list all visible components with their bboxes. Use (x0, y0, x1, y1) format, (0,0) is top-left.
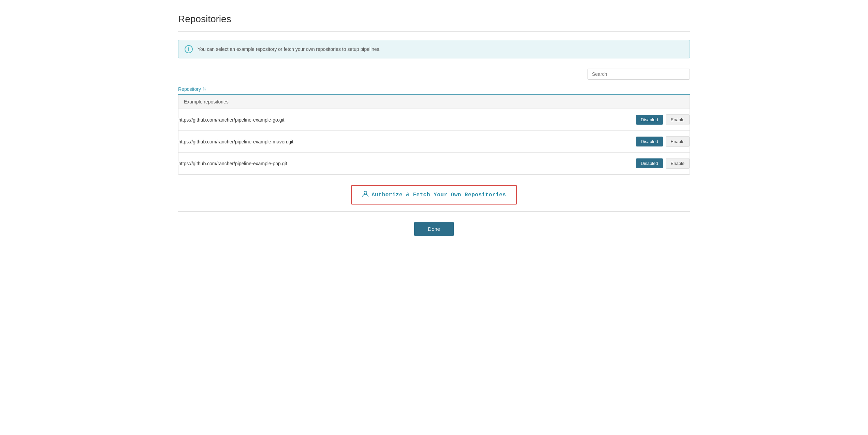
svg-point-0 (364, 191, 367, 194)
repo-actions: Disabled Enable (636, 136, 690, 147)
repo-actions: Disabled Enable (636, 114, 690, 125)
info-banner-text: You can select an example repository or … (198, 46, 380, 52)
repo-url: https://github.com/rancher/pipeline-exam… (178, 117, 285, 123)
info-banner: i You can select an example repository o… (178, 40, 690, 58)
repo-url: https://github.com/rancher/pipeline-exam… (178, 139, 293, 144)
search-row (178, 69, 690, 80)
column-header-row: Repository ⇅ (178, 84, 690, 95)
disabled-badge-2: Disabled (636, 158, 663, 168)
table-row: https://github.com/rancher/pipeline-exam… (178, 153, 690, 174)
title-divider (178, 31, 690, 32)
example-repositories-header: Example repositories (178, 95, 690, 109)
table-row: https://github.com/rancher/pipeline-exam… (178, 131, 690, 153)
authorize-section: Authorize & Fetch Your Own Repositories (178, 175, 690, 212)
disabled-badge-1: Disabled (636, 137, 663, 146)
enable-button-1[interactable]: Enable (666, 136, 690, 147)
disabled-badge-0: Disabled (636, 115, 663, 125)
user-icon (362, 191, 369, 199)
repo-actions: Disabled Enable (636, 158, 690, 169)
table-row: https://github.com/rancher/pipeline-exam… (178, 109, 690, 131)
done-button[interactable]: Done (414, 222, 454, 236)
authorize-button-label: Authorize & Fetch Your Own Repositories (372, 192, 506, 198)
info-icon: i (185, 45, 193, 53)
search-input[interactable] (588, 69, 690, 80)
enable-button-0[interactable]: Enable (666, 114, 690, 125)
enable-button-2[interactable]: Enable (666, 158, 690, 169)
page-title: Repositories (178, 14, 690, 25)
repository-column-header[interactable]: Repository ⇅ (178, 86, 206, 92)
sort-icon: ⇅ (203, 87, 206, 92)
repo-url: https://github.com/rancher/pipeline-exam… (178, 161, 287, 166)
repositories-table: Example repositories https://github.com/… (178, 95, 690, 175)
done-section: Done (178, 212, 690, 246)
authorize-button[interactable]: Authorize & Fetch Your Own Repositories (351, 185, 517, 205)
